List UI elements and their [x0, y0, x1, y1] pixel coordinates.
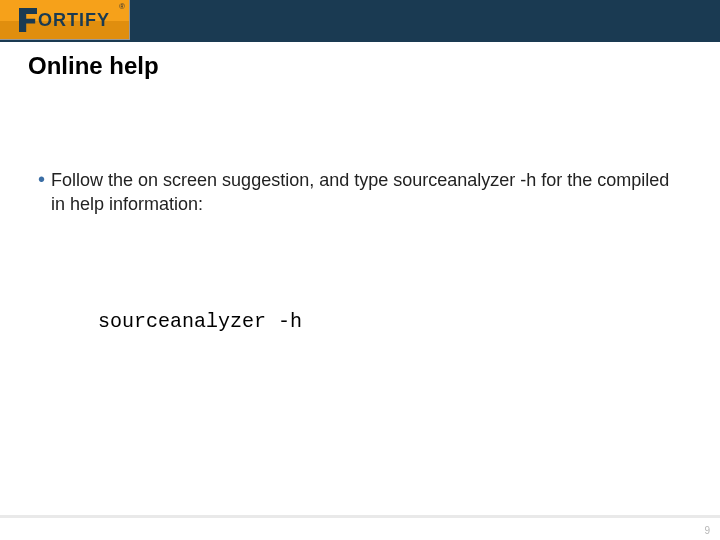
slide: ORTIFY ® Online help • Follow the on scr… [0, 0, 720, 540]
header-bar: ORTIFY ® [0, 0, 720, 42]
logo-plate: ORTIFY ® [0, 0, 130, 40]
footer-rule [0, 515, 720, 518]
bullet-row: • Follow the on screen suggestion, and t… [38, 168, 678, 217]
logo-f-icon [19, 10, 37, 30]
logo-text: ORTIFY [38, 9, 110, 29]
bullet-text: Follow the on screen suggestion, and typ… [51, 168, 678, 217]
page-title: Online help [28, 52, 159, 80]
registered-mark: ® [119, 2, 125, 11]
page-number: 9 [704, 525, 710, 536]
bullet-icon: • [38, 168, 45, 190]
content-block: • Follow the on screen suggestion, and t… [38, 168, 678, 217]
fortify-logo: ORTIFY [19, 9, 110, 31]
code-line: sourceanalyzer -h [98, 310, 302, 333]
